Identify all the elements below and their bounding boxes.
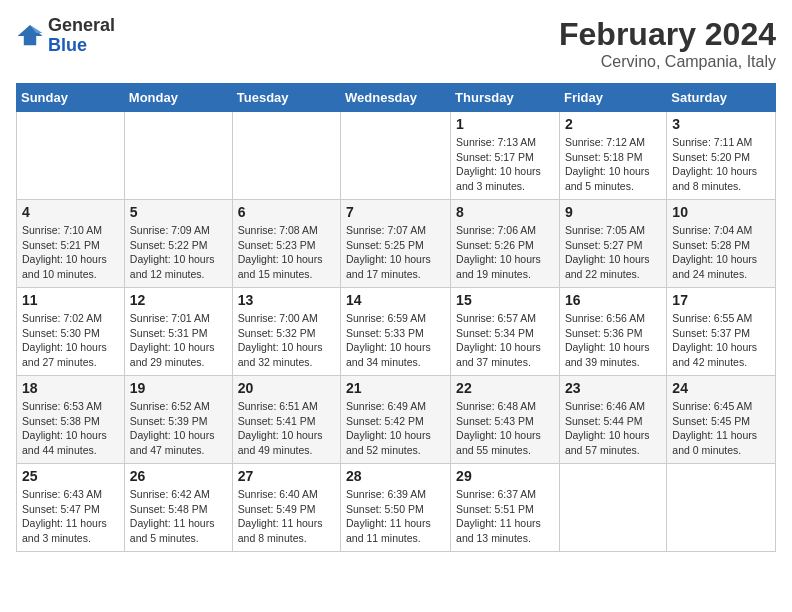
- day-number: 3: [672, 116, 770, 132]
- day-info: Sunrise: 6:39 AMSunset: 5:50 PMDaylight:…: [346, 487, 445, 546]
- calendar-cell: 18Sunrise: 6:53 AMSunset: 5:38 PMDayligh…: [17, 376, 125, 464]
- day-info: Sunrise: 6:53 AMSunset: 5:38 PMDaylight:…: [22, 399, 119, 458]
- calendar-cell: [17, 112, 125, 200]
- day-number: 10: [672, 204, 770, 220]
- day-number: 17: [672, 292, 770, 308]
- day-number: 9: [565, 204, 661, 220]
- day-info: Sunrise: 6:55 AMSunset: 5:37 PMDaylight:…: [672, 311, 770, 370]
- calendar-cell: 2Sunrise: 7:12 AMSunset: 5:18 PMDaylight…: [559, 112, 666, 200]
- day-number: 7: [346, 204, 445, 220]
- month-title: February 2024: [559, 16, 776, 53]
- day-info: Sunrise: 7:08 AMSunset: 5:23 PMDaylight:…: [238, 223, 335, 282]
- day-number: 25: [22, 468, 119, 484]
- day-info: Sunrise: 7:04 AMSunset: 5:28 PMDaylight:…: [672, 223, 770, 282]
- calendar-cell: 8Sunrise: 7:06 AMSunset: 5:26 PMDaylight…: [451, 200, 560, 288]
- day-info: Sunrise: 7:05 AMSunset: 5:27 PMDaylight:…: [565, 223, 661, 282]
- day-number: 24: [672, 380, 770, 396]
- day-info: Sunrise: 6:37 AMSunset: 5:51 PMDaylight:…: [456, 487, 554, 546]
- day-info: Sunrise: 7:09 AMSunset: 5:22 PMDaylight:…: [130, 223, 227, 282]
- calendar-cell: 16Sunrise: 6:56 AMSunset: 5:36 PMDayligh…: [559, 288, 666, 376]
- calendar-cell: 15Sunrise: 6:57 AMSunset: 5:34 PMDayligh…: [451, 288, 560, 376]
- day-number: 12: [130, 292, 227, 308]
- day-info: Sunrise: 6:51 AMSunset: 5:41 PMDaylight:…: [238, 399, 335, 458]
- day-number: 29: [456, 468, 554, 484]
- day-number: 23: [565, 380, 661, 396]
- day-number: 28: [346, 468, 445, 484]
- calendar-cell: 21Sunrise: 6:49 AMSunset: 5:42 PMDayligh…: [341, 376, 451, 464]
- day-number: 11: [22, 292, 119, 308]
- day-info: Sunrise: 6:59 AMSunset: 5:33 PMDaylight:…: [346, 311, 445, 370]
- day-info: Sunrise: 6:46 AMSunset: 5:44 PMDaylight:…: [565, 399, 661, 458]
- weekday-header-friday: Friday: [559, 84, 666, 112]
- calendar-cell: 4Sunrise: 7:10 AMSunset: 5:21 PMDaylight…: [17, 200, 125, 288]
- day-number: 22: [456, 380, 554, 396]
- day-info: Sunrise: 6:40 AMSunset: 5:49 PMDaylight:…: [238, 487, 335, 546]
- calendar-cell: 11Sunrise: 7:02 AMSunset: 5:30 PMDayligh…: [17, 288, 125, 376]
- calendar-cell: 27Sunrise: 6:40 AMSunset: 5:49 PMDayligh…: [232, 464, 340, 552]
- calendar-cell: [667, 464, 776, 552]
- week-row-2: 4Sunrise: 7:10 AMSunset: 5:21 PMDaylight…: [17, 200, 776, 288]
- day-info: Sunrise: 7:07 AMSunset: 5:25 PMDaylight:…: [346, 223, 445, 282]
- day-info: Sunrise: 6:52 AMSunset: 5:39 PMDaylight:…: [130, 399, 227, 458]
- weekday-header-sunday: Sunday: [17, 84, 125, 112]
- logo-icon: [16, 22, 44, 50]
- calendar-cell: 6Sunrise: 7:08 AMSunset: 5:23 PMDaylight…: [232, 200, 340, 288]
- weekday-header-saturday: Saturday: [667, 84, 776, 112]
- day-number: 5: [130, 204, 227, 220]
- week-row-3: 11Sunrise: 7:02 AMSunset: 5:30 PMDayligh…: [17, 288, 776, 376]
- calendar-cell: 9Sunrise: 7:05 AMSunset: 5:27 PMDaylight…: [559, 200, 666, 288]
- calendar-cell: 24Sunrise: 6:45 AMSunset: 5:45 PMDayligh…: [667, 376, 776, 464]
- calendar-cell: 29Sunrise: 6:37 AMSunset: 5:51 PMDayligh…: [451, 464, 560, 552]
- weekday-header-wednesday: Wednesday: [341, 84, 451, 112]
- calendar-cell: [124, 112, 232, 200]
- calendar-cell: 17Sunrise: 6:55 AMSunset: 5:37 PMDayligh…: [667, 288, 776, 376]
- calendar-cell: 1Sunrise: 7:13 AMSunset: 5:17 PMDaylight…: [451, 112, 560, 200]
- day-info: Sunrise: 6:42 AMSunset: 5:48 PMDaylight:…: [130, 487, 227, 546]
- day-info: Sunrise: 7:06 AMSunset: 5:26 PMDaylight:…: [456, 223, 554, 282]
- day-info: Sunrise: 7:12 AMSunset: 5:18 PMDaylight:…: [565, 135, 661, 194]
- calendar-cell: 14Sunrise: 6:59 AMSunset: 5:33 PMDayligh…: [341, 288, 451, 376]
- day-info: Sunrise: 7:10 AMSunset: 5:21 PMDaylight:…: [22, 223, 119, 282]
- day-number: 1: [456, 116, 554, 132]
- day-number: 2: [565, 116, 661, 132]
- calendar: SundayMondayTuesdayWednesdayThursdayFrid…: [16, 83, 776, 552]
- weekday-header-tuesday: Tuesday: [232, 84, 340, 112]
- weekday-header-monday: Monday: [124, 84, 232, 112]
- day-number: 4: [22, 204, 119, 220]
- calendar-cell: 10Sunrise: 7:04 AMSunset: 5:28 PMDayligh…: [667, 200, 776, 288]
- calendar-cell: 26Sunrise: 6:42 AMSunset: 5:48 PMDayligh…: [124, 464, 232, 552]
- week-row-4: 18Sunrise: 6:53 AMSunset: 5:38 PMDayligh…: [17, 376, 776, 464]
- day-info: Sunrise: 7:00 AMSunset: 5:32 PMDaylight:…: [238, 311, 335, 370]
- day-number: 15: [456, 292, 554, 308]
- day-number: 20: [238, 380, 335, 396]
- day-number: 14: [346, 292, 445, 308]
- day-number: 8: [456, 204, 554, 220]
- day-number: 26: [130, 468, 227, 484]
- logo: GeneralBlue: [16, 16, 115, 56]
- day-number: 21: [346, 380, 445, 396]
- calendar-cell: 7Sunrise: 7:07 AMSunset: 5:25 PMDaylight…: [341, 200, 451, 288]
- day-number: 16: [565, 292, 661, 308]
- title-area: February 2024 Cervino, Campania, Italy: [559, 16, 776, 71]
- day-info: Sunrise: 7:13 AMSunset: 5:17 PMDaylight:…: [456, 135, 554, 194]
- day-info: Sunrise: 6:45 AMSunset: 5:45 PMDaylight:…: [672, 399, 770, 458]
- calendar-cell: 23Sunrise: 6:46 AMSunset: 5:44 PMDayligh…: [559, 376, 666, 464]
- calendar-cell: 13Sunrise: 7:00 AMSunset: 5:32 PMDayligh…: [232, 288, 340, 376]
- week-row-1: 1Sunrise: 7:13 AMSunset: 5:17 PMDaylight…: [17, 112, 776, 200]
- header: GeneralBlue February 2024 Cervino, Campa…: [16, 16, 776, 71]
- calendar-cell: 3Sunrise: 7:11 AMSunset: 5:20 PMDaylight…: [667, 112, 776, 200]
- calendar-cell: 5Sunrise: 7:09 AMSunset: 5:22 PMDaylight…: [124, 200, 232, 288]
- day-info: Sunrise: 6:43 AMSunset: 5:47 PMDaylight:…: [22, 487, 119, 546]
- day-info: Sunrise: 7:01 AMSunset: 5:31 PMDaylight:…: [130, 311, 227, 370]
- weekday-header-row: SundayMondayTuesdayWednesdayThursdayFrid…: [17, 84, 776, 112]
- day-info: Sunrise: 6:57 AMSunset: 5:34 PMDaylight:…: [456, 311, 554, 370]
- day-number: 18: [22, 380, 119, 396]
- week-row-5: 25Sunrise: 6:43 AMSunset: 5:47 PMDayligh…: [17, 464, 776, 552]
- calendar-cell: 20Sunrise: 6:51 AMSunset: 5:41 PMDayligh…: [232, 376, 340, 464]
- day-number: 27: [238, 468, 335, 484]
- calendar-cell: [232, 112, 340, 200]
- day-number: 19: [130, 380, 227, 396]
- calendar-cell: [559, 464, 666, 552]
- day-info: Sunrise: 6:48 AMSunset: 5:43 PMDaylight:…: [456, 399, 554, 458]
- day-number: 6: [238, 204, 335, 220]
